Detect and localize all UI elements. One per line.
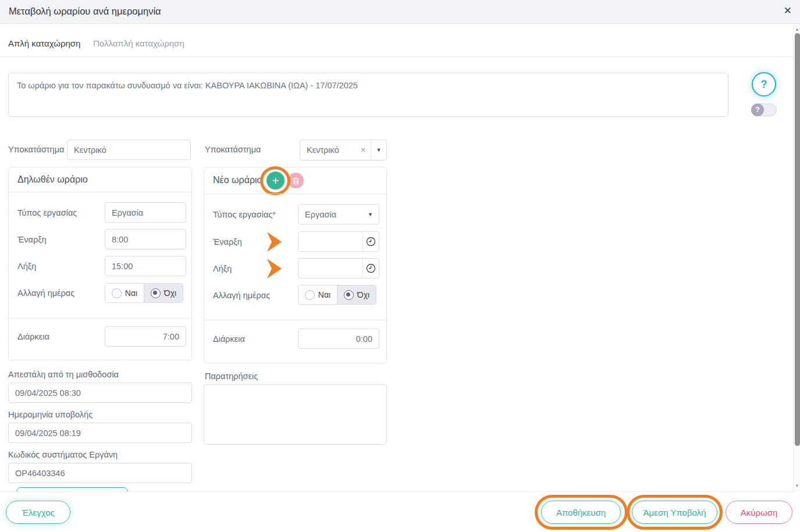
branch-declared-input[interactable] [67,140,191,160]
payroll-sent-input[interactable] [8,383,192,403]
branch-new-dropdown[interactable]: Κεντρικό ✕ ▼ [300,140,387,160]
cancel-button[interactable]: Ακύρωση [726,501,792,524]
add-schedule-button[interactable]: + [266,172,285,190]
new-day-change-group: Ναι Όχι [298,285,376,305]
declared-end-input[interactable] [105,256,186,276]
declared-day-change-label: Αλλαγή ημέρας [17,288,74,298]
radio-checked-icon [151,288,161,298]
declared-start-label: Έναρξη [17,235,47,244]
new-day-change-no[interactable]: Όχι [337,285,376,304]
declared-duration-label: Διάρκεια [17,332,49,341]
new-work-type-value: Εργασία [298,210,379,219]
scroll-down-icon[interactable]: ▼ [794,483,800,488]
payroll-sent-label: Απεστάλη από τη μισθοδοσία [8,370,119,379]
new-work-type-select[interactable]: Εργασία ▼ [298,204,379,224]
delete-schedule-button[interactable] [288,173,304,188]
declared-work-type-label: Τύπος εργασίας [17,208,77,217]
new-day-change-yes-label: Ναι [318,290,330,299]
help-toggle-question-icon: ? [751,103,764,116]
branch-new-value: Κεντρικό [300,145,355,155]
clock-picker-button[interactable] [363,237,379,247]
new-start-input[interactable] [298,232,362,251]
declared-panel-title: Δηλωθέν ωράριο [17,174,88,185]
schedule-change-dialog: Μεταβολή ωραρίου ανά ημερομηνία ✕ Απλή κ… [0,0,800,532]
remarks-textarea[interactable] [204,384,387,445]
declared-day-change-no[interactable]: Όχι [144,284,183,302]
dialog-titlebar: Μεταβολή ωραρίου ανά ημερομηνία ✕ [0,0,800,24]
branch-declared-label: Υποκατάστημα [8,145,64,154]
ergani-code-input[interactable] [8,463,192,483]
vertical-scrollbar: ▲ ▼ [793,24,800,492]
clock-icon [366,237,376,247]
remarks-label: Παρατηρήσεις [205,372,258,381]
radio-unchecked-icon [305,290,315,300]
new-panel-title: Νέο ωράριο [213,175,262,185]
new-panel-divider [204,320,386,320]
trash-icon [292,177,300,185]
clock-picker-button[interactable] [363,263,379,273]
tabs-divider [0,56,793,57]
new-end-time-field [298,258,379,279]
new-start-time-field [298,231,379,252]
declared-start-input[interactable] [105,229,186,249]
new-day-change-label: Αλλαγή ημέρας [213,291,270,300]
declared-duration-input[interactable] [105,326,186,347]
new-work-type-label: Τύπος εργασίας* [213,210,276,219]
tab-simple-entry[interactable]: Απλή καταχώρηση [8,38,80,48]
new-panel-header-divider [204,194,386,194]
chevron-down-icon: ▼ [368,212,373,217]
dialog-title: Μεταβολή ωραρίου ανά ημερομηνία [9,6,161,17]
declared-end-label: Λήξη [17,262,36,271]
required-asterisk: * [272,210,276,219]
close-icon[interactable]: ✕ [784,5,792,17]
declared-panel-header-divider [9,192,191,192]
declared-day-change-no-label: Όχι [164,288,176,298]
new-day-change-no-label: Όχι [357,290,369,299]
radio-unchecked-icon [112,288,122,298]
check-button[interactable]: Έλεγχος [6,501,70,524]
save-button[interactable]: Αποθήκευση [541,501,621,524]
declared-work-type-input[interactable] [105,202,186,223]
help-toggle[interactable]: ? [751,103,777,116]
info-message-box: Το ωράριο για τον παρακάτω συνδυασμό να … [8,73,728,117]
ergani-code-label: Κωδικός συστήματος Εργάνη [8,450,118,459]
new-end-input[interactable] [298,259,362,278]
clock-icon [366,263,376,273]
new-start-label: Έναρξη [213,237,242,247]
scroll-up-icon[interactable]: ▲ [794,27,800,32]
new-duration-input[interactable] [298,329,379,349]
scrollbar-thumb[interactable] [795,33,800,446]
declared-day-change-group: Ναι Όχι [105,283,183,303]
submit-button[interactable]: Άμεση Υποβολή [632,501,717,524]
radio-checked-icon [344,290,354,300]
submission-date-label: Ημερομηνία υποβολής [8,410,93,419]
declared-day-change-yes[interactable]: Ναι [105,284,144,302]
branch-new-label: Υποκατάστημα [205,145,261,154]
declared-panel-divider [9,318,191,319]
new-duration-label: Διάρκεια [213,334,245,344]
new-day-change-yes[interactable]: Ναι [298,285,337,304]
chevron-down-icon[interactable]: ▼ [371,147,386,153]
tab-multiple-entry[interactable]: Πολλαπλή καταχώρηση [93,38,184,48]
submission-date-input[interactable] [8,423,192,443]
declared-day-change-yes-label: Ναι [125,288,137,298]
clear-icon[interactable]: ✕ [355,146,371,154]
help-button[interactable]: ? [752,72,776,97]
new-end-label: Λήξη [213,264,232,273]
